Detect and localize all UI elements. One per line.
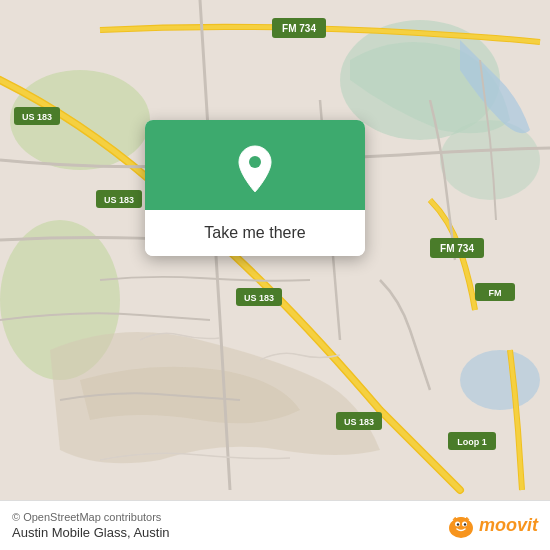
take-me-there-button[interactable]: Take me there [145, 210, 365, 256]
svg-point-25 [452, 517, 470, 535]
svg-point-28 [457, 523, 459, 525]
svg-text:Loop 1: Loop 1 [457, 437, 487, 447]
svg-text:US 183: US 183 [22, 112, 52, 122]
popup-green-header [145, 120, 365, 210]
svg-text:US 183: US 183 [244, 293, 274, 303]
svg-text:FM 734: FM 734 [282, 23, 316, 34]
moovit-mascot-icon [447, 512, 475, 540]
map-container: FM 734 FM 734 US 183 US 183 US 183 US 18… [0, 0, 550, 500]
svg-point-5 [460, 350, 540, 410]
place-name-label: Austin Mobile Glass, Austin [12, 525, 170, 540]
location-pin-icon [233, 144, 277, 194]
svg-text:FM: FM [489, 288, 502, 298]
svg-point-22 [249, 156, 261, 168]
svg-text:US 183: US 183 [104, 195, 134, 205]
bottom-bar: © OpenStreetMap contributors Austin Mobi… [0, 500, 550, 550]
popup-card: Take me there [145, 120, 365, 256]
svg-text:FM 734: FM 734 [440, 243, 474, 254]
moovit-logo: moovit [447, 512, 538, 540]
svg-point-29 [464, 523, 466, 525]
moovit-brand-text: moovit [479, 515, 538, 536]
osm-attribution: © OpenStreetMap contributors [12, 511, 170, 523]
svg-text:US 183: US 183 [344, 417, 374, 427]
